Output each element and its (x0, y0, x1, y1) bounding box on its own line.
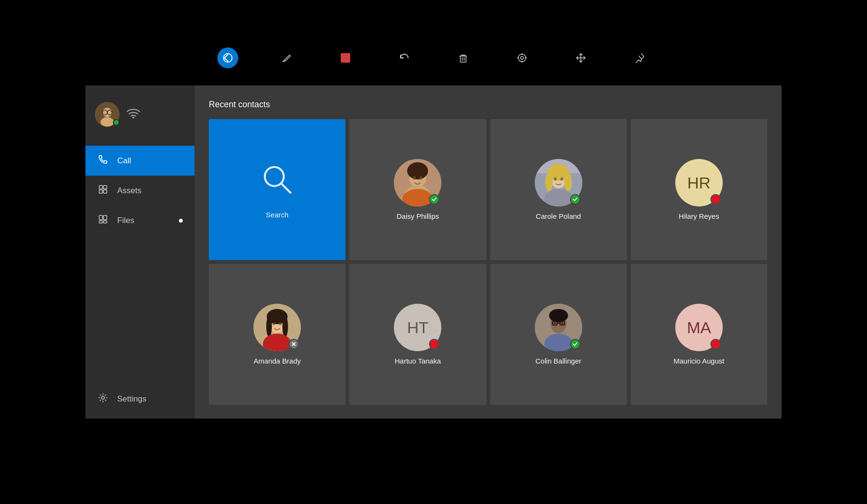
carole-poland-avatar (535, 159, 582, 206)
trash-button[interactable] (453, 47, 474, 68)
colin-ballinger-status (570, 339, 580, 349)
amanda-brady-name: Amanda Brady (254, 357, 301, 365)
mauricio-august-avatar: MA (675, 304, 723, 351)
hartuo-tanaka-initials: HT (407, 318, 429, 337)
amanda-brady-avatar (253, 304, 301, 351)
svg-point-43 (554, 177, 557, 181)
undo-button[interactable] (394, 47, 415, 68)
user-profile (85, 95, 195, 136)
user-status-badge (113, 119, 120, 126)
svg-point-41 (564, 172, 572, 191)
svg-point-34 (413, 176, 416, 180)
svg-point-12 (101, 117, 114, 127)
hartuo-tanaka-status (429, 339, 439, 349)
svg-rect-17 (99, 186, 103, 189)
wifi-icon (127, 108, 140, 121)
sidebar: Call Assets (85, 85, 195, 419)
svg-point-52 (279, 322, 282, 325)
svg-point-63 (561, 322, 563, 325)
daisy-phillips-name: Daisy Phillips (397, 212, 439, 220)
svg-point-33 (407, 162, 428, 179)
svg-point-57 (549, 309, 568, 322)
avatar-container (95, 102, 120, 127)
svg-point-25 (102, 396, 104, 399)
files-notification-dot (179, 219, 183, 223)
pin-button[interactable] (629, 47, 650, 68)
hartuo-tanaka-name: Hartuo Tanaka (395, 357, 441, 365)
hartuo-tanaka-avatar: HT (394, 304, 441, 351)
toolbar (217, 47, 650, 68)
sidebar-item-files[interactable]: Files (85, 205, 195, 235)
colin-ballinger-avatar (535, 304, 582, 351)
sidebar-item-settings-label: Settings (117, 394, 146, 404)
main-content: Recent contacts Search (195, 85, 782, 419)
contact-card-carole-poland[interactable]: Carole Poland (490, 119, 627, 260)
contacts-grid: Search (209, 119, 767, 405)
assets-icon (97, 184, 109, 197)
svg-rect-20 (103, 190, 107, 193)
svg-rect-22 (103, 215, 107, 220)
carole-poland-status (570, 194, 580, 205)
mauricio-august-name: Mauricio August (674, 357, 725, 365)
settings-icon (97, 392, 109, 405)
app-container: Call Assets (0, 0, 867, 504)
contact-card-hartuo-tanaka[interactable]: HT Hartuo Tanaka (349, 264, 486, 405)
target-button[interactable] (512, 47, 532, 68)
sidebar-item-call[interactable]: Call (85, 146, 195, 176)
svg-rect-23 (99, 221, 103, 223)
svg-rect-19 (99, 190, 103, 193)
svg-point-62 (553, 322, 556, 325)
contact-card-daisy-phillips[interactable]: Daisy Phillips (349, 119, 486, 260)
svg-rect-21 (99, 215, 103, 220)
mauricio-august-status (710, 339, 721, 349)
svg-point-51 (272, 322, 275, 325)
search-contact-card[interactable]: Search (209, 119, 345, 260)
daisy-phillips-avatar (394, 159, 441, 206)
svg-point-5 (521, 56, 523, 59)
svg-point-44 (560, 177, 563, 181)
contact-card-colin-ballinger[interactable]: Colin Ballinger (490, 264, 627, 405)
hilary-reyes-name: Hilary Reyes (679, 212, 719, 220)
stop-button[interactable] (335, 47, 356, 68)
contact-card-hilary-reyes[interactable]: HR Hilary Reyes (631, 119, 767, 260)
colin-ballinger-name: Colin Ballinger (535, 357, 581, 365)
pen-button[interactable] (276, 47, 297, 68)
svg-point-4 (518, 54, 526, 62)
svg-line-27 (281, 184, 290, 193)
mauricio-august-initials: MA (687, 318, 711, 337)
hilary-reyes-initials: HR (687, 174, 710, 192)
back-button[interactable] (217, 47, 238, 68)
svg-rect-1 (460, 56, 466, 62)
amanda-brady-status (289, 339, 299, 349)
svg-point-49 (282, 316, 288, 337)
sidebar-item-call-label: Call (117, 156, 131, 166)
carole-poland-name: Carole Poland (536, 212, 581, 220)
contact-card-amanda-brady[interactable]: Amanda Brady (209, 264, 345, 405)
svg-point-16 (133, 117, 134, 118)
main-window: Call Assets (85, 85, 782, 419)
svg-rect-24 (103, 221, 107, 223)
sidebar-item-assets[interactable]: Assets (85, 176, 195, 205)
svg-point-48 (266, 316, 272, 337)
sidebar-item-files-label: Files (117, 216, 134, 225)
files-icon (97, 214, 109, 227)
svg-point-35 (420, 176, 422, 180)
sidebar-item-settings[interactable]: Settings (85, 384, 195, 414)
move-button[interactable] (570, 47, 591, 68)
daisy-phillips-status (429, 194, 439, 205)
nav-items: Call Assets (85, 146, 195, 235)
search-icon (258, 160, 296, 205)
svg-rect-18 (103, 186, 107, 189)
sidebar-item-assets-label: Assets (117, 186, 141, 196)
call-icon (97, 154, 109, 167)
hilary-reyes-avatar: HR (675, 159, 723, 206)
contact-card-mauricio-august[interactable]: MA Mauricio August (631, 264, 767, 405)
hilary-reyes-status (710, 194, 721, 205)
section-title: Recent contacts (209, 100, 767, 110)
svg-point-40 (545, 172, 553, 191)
search-label: Search (266, 211, 289, 219)
